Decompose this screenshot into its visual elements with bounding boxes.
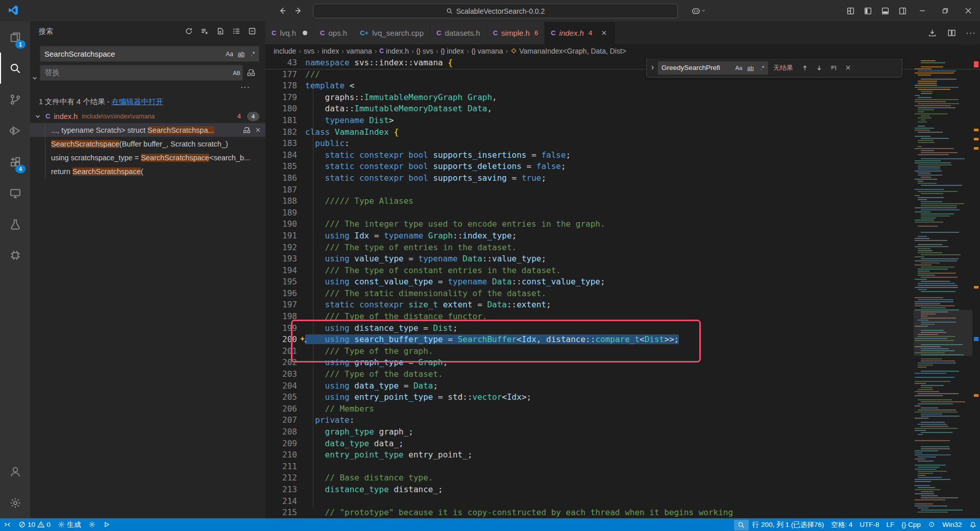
- replace-match-icon[interactable]: [243, 126, 251, 134]
- copilot-sparkle-icon[interactable]: [299, 335, 308, 344]
- search-match-row[interactable]: SearchScratchspace(Buffer buffer_, Scrat…: [30, 137, 265, 151]
- command-center-search[interactable]: ScalableVectorSearch-0.0.2: [313, 4, 678, 18]
- nav-forward-icon[interactable]: [292, 5, 305, 17]
- code-editor[interactable]: 177///178template <179 graphs::Immutable…: [265, 57, 980, 518]
- minimize-button[interactable]: [911, 0, 934, 21]
- activity-item-run-and-debug[interactable]: [0, 115, 30, 146]
- customize-layout-icon[interactable]: [843, 5, 857, 17]
- activity-item-accounts[interactable]: [0, 456, 30, 487]
- status-launch[interactable]: [99, 518, 114, 531]
- find-next-icon[interactable]: [814, 62, 825, 74]
- open-new-search-editor-icon[interactable]: [214, 25, 227, 37]
- code-line-214[interactable]: 214: [265, 496, 980, 508]
- code-line-185[interactable]: 185 static constexpr bool supports_delet…: [265, 161, 980, 173]
- activity-item-custom-tools[interactable]: [0, 239, 30, 271]
- replace-input[interactable]: 替换 AB: [40, 65, 243, 81]
- copilot-icon[interactable]: [688, 5, 708, 17]
- install-changes-icon[interactable]: [925, 26, 939, 40]
- find-previous-icon[interactable]: [799, 62, 811, 74]
- code-line-180[interactable]: 180 data::ImmutableMemoryDataset Data,: [265, 103, 980, 115]
- code-line-199[interactable]: 199 using distance_type = Dist;: [265, 323, 980, 334]
- tab-index.h[interactable]: Cindex.h4: [545, 21, 616, 44]
- code-line-207[interactable]: 207 private:: [265, 415, 980, 426]
- code-line-205[interactable]: 205 using entry_point_type = std::vector…: [265, 392, 980, 403]
- code-line-196[interactable]: 196 /// The static dimensionality of the…: [265, 288, 980, 300]
- status-language-mode[interactable]: {} Cpp: [898, 518, 924, 531]
- find-whole-word-toggle[interactable]: ab: [745, 62, 756, 74]
- activity-item-testing[interactable]: [0, 208, 30, 239]
- search-match-row[interactable]: ..., typename Scratch> struct SearchScra…: [30, 123, 265, 137]
- code-line-209[interactable]: 209 data_type data_;: [265, 438, 980, 450]
- toggle-secondary-sidebar-icon[interactable]: [895, 5, 910, 17]
- activity-item-remote-explorer[interactable]: [0, 177, 30, 208]
- activity-item-manage[interactable]: [0, 487, 30, 518]
- code-line-193[interactable]: 193 using value_type = typename Data::va…: [265, 253, 980, 265]
- code-line-188[interactable]: 188 ///// Type Aliases: [265, 196, 980, 207]
- code-line-178[interactable]: 178template <: [265, 80, 980, 92]
- more-actions-icon[interactable]: ···: [964, 26, 978, 40]
- activity-item-source-control[interactable]: [0, 84, 30, 115]
- breadcrumb-item[interactable]: svs: [304, 47, 314, 55]
- find-match-case-toggle[interactable]: Aa: [733, 62, 745, 74]
- code-line-200[interactable]: 200 using search_buffer_type = SearchBuf…: [265, 334, 980, 346]
- status-cursor-position[interactable]: 行 200, 列 1 (已选择76): [749, 518, 827, 531]
- activity-item-extensions[interactable]: 4: [0, 146, 30, 177]
- code-line-189[interactable]: 189: [265, 207, 980, 219]
- collapse-all-icon[interactable]: [246, 25, 258, 37]
- code-line-195[interactable]: 195 using const_value_type = typename Da…: [265, 276, 980, 288]
- toggle-panel-icon[interactable]: [878, 5, 892, 17]
- code-line-213[interactable]: 213 distance_type distance_;: [265, 484, 980, 496]
- find-input[interactable]: GreedySearchPrefi Aa ab .*: [658, 61, 768, 75]
- breadcrumb-item[interactable]: {}vamana: [472, 47, 503, 55]
- restore-button[interactable]: [934, 0, 957, 21]
- split-editor-icon[interactable]: [944, 26, 959, 40]
- activity-item-search[interactable]: [0, 53, 30, 84]
- code-line-192[interactable]: 192 /// The type of entries in the datas…: [265, 242, 980, 254]
- breadcrumb-item[interactable]: {}svs: [416, 47, 433, 55]
- toggle-primary-sidebar-icon[interactable]: [861, 5, 875, 17]
- code-line-212[interactable]: 212 // Base distance type.: [265, 472, 980, 484]
- breadcrumb-item[interactable]: index: [322, 47, 339, 55]
- tab-close-icon[interactable]: [599, 28, 609, 38]
- match-case-toggle[interactable]: Aa: [224, 48, 235, 60]
- search-match-row[interactable]: using scratchspace_type = SearchScratchs…: [30, 151, 265, 164]
- status-encoding[interactable]: UTF-8: [856, 518, 883, 531]
- tab-simple.h[interactable]: Csimple.h6: [487, 21, 545, 44]
- close-window-button[interactable]: [957, 0, 979, 21]
- dismiss-match-icon[interactable]: [255, 127, 261, 133]
- code-line-190[interactable]: 190 /// The integer type used to encode …: [265, 219, 980, 230]
- preserve-case-toggle[interactable]: AB: [231, 67, 242, 79]
- tab-ops.h[interactable]: Cops.h: [314, 21, 354, 44]
- breadcrumb-item[interactable]: Cindex.h: [379, 47, 409, 55]
- tab-lvq.h[interactable]: Clvq.h: [265, 21, 314, 44]
- code-line-204[interactable]: 204 using data_type = Data;: [265, 380, 980, 392]
- status-build-target[interactable]: [85, 518, 100, 531]
- toggle-replace-chevron-icon[interactable]: [31, 70, 39, 86]
- nav-back-icon[interactable]: [276, 5, 289, 17]
- code-line-179[interactable]: 179 graphs::ImmutableMemoryGraph Graph,: [265, 92, 980, 104]
- code-line-182[interactable]: 182class VamanaIndex {: [265, 127, 980, 138]
- code-line-215[interactable]: 215 // "prototype" because it is copy-co…: [265, 507, 980, 518]
- search-input[interactable]: SearchScratchspace Aa ab .*: [40, 46, 259, 62]
- replace-all-button[interactable]: [245, 66, 257, 79]
- status-search-marker[interactable]: [734, 520, 749, 530]
- toggle-search-details[interactable]: ···: [240, 83, 250, 92]
- code-line-208[interactable]: 208 graph_type graph_;: [265, 426, 980, 438]
- status-platform[interactable]: Win32: [939, 518, 965, 531]
- code-line-191[interactable]: 191 using Idx = typename Graph::index_ty…: [265, 230, 980, 242]
- breadcrumb-item[interactable]: include: [274, 47, 296, 55]
- clear-search-results-icon[interactable]: [199, 25, 211, 37]
- code-line-201[interactable]: 201 /// Type of the graph.: [265, 346, 980, 357]
- result-file-row[interactable]: C index.h include\svs\index\vamana 4 4: [30, 109, 265, 123]
- code-line-187[interactable]: 187: [265, 184, 980, 196]
- status-intellisense-status[interactable]: [924, 518, 939, 531]
- status-indentation[interactable]: 空格: 4: [827, 518, 856, 531]
- code-line-186[interactable]: 186 static constexpr bool supports_savin…: [265, 173, 980, 184]
- breadcrumb-item[interactable]: VamanaIndex<Graph, Data, Dist>: [510, 47, 626, 55]
- code-line-194[interactable]: 194 /// The type of constant entries in …: [265, 265, 980, 277]
- code-line-211[interactable]: 211: [265, 461, 980, 473]
- breadcrumb-item[interactable]: {}index: [441, 47, 464, 55]
- modified-dot-icon[interactable]: [303, 31, 307, 35]
- regex-toggle[interactable]: .*: [247, 48, 259, 60]
- code-line-184[interactable]: 184 static constexpr bool supports_inser…: [265, 150, 980, 161]
